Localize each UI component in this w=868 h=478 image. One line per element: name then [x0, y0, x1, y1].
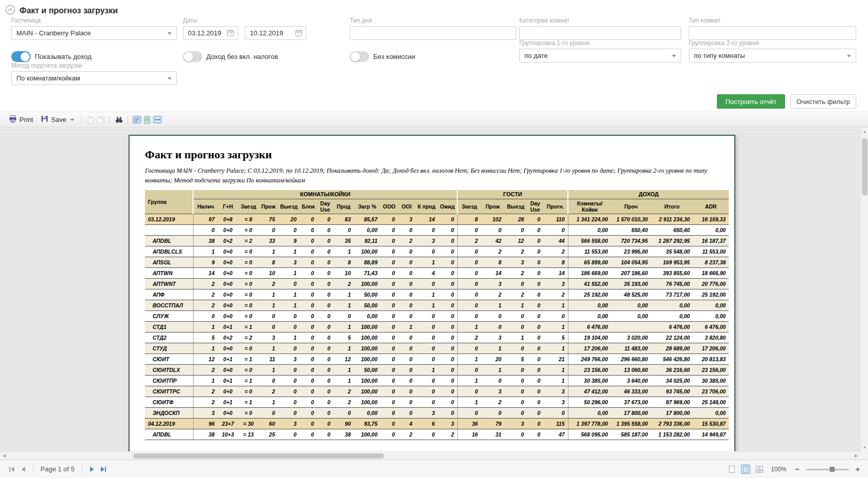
- column-header: Блок: [300, 199, 317, 214]
- table-cell: 23 156,00: [693, 365, 729, 376]
- multiple-pages-view-icon[interactable]: [755, 465, 764, 474]
- horizontal-scrollbar[interactable]: ◀ ▶: [0, 451, 860, 460]
- table-cell: 0,00: [568, 225, 611, 236]
- first-page-icon[interactable]: [6, 464, 17, 475]
- table-cell: 90: [333, 419, 354, 429]
- svg-text:7: 7: [230, 32, 232, 36]
- horizontal-scroll-thumb[interactable]: [133, 453, 384, 459]
- app-window: Факт и прогноз загрузки Гостиница MAIN -…: [0, 0, 868, 478]
- clear-filter-button[interactable]: Очистить фильтр: [790, 94, 856, 109]
- table-cell: 23+7: [218, 419, 238, 429]
- table-cell: 0: [527, 408, 543, 419]
- scroll-left-icon[interactable]: ◀: [0, 452, 8, 460]
- table-cell: 1: [278, 289, 300, 300]
- table-cell: 585 187,00: [611, 429, 651, 440]
- table-cell: 0: [438, 397, 457, 408]
- table-cell: 1: [193, 322, 218, 332]
- table-cell: 0: [415, 311, 438, 322]
- continuous-view-icon[interactable]: [741, 465, 750, 474]
- grouping2-select[interactable]: по типу комнаты: [689, 49, 856, 63]
- table-cell: 0: [278, 225, 300, 236]
- table-cell: 3: [415, 408, 438, 419]
- table-cell: 10+3: [218, 429, 238, 440]
- table-cell: 0: [527, 386, 543, 397]
- hotel-select[interactable]: MAIN - Cranberry Palace: [11, 26, 177, 40]
- zoom-slider-thumb[interactable]: [830, 467, 835, 472]
- table-cell: 0: [317, 289, 333, 300]
- grouping1-select[interactable]: по дате: [519, 49, 681, 63]
- table-cell: 2: [481, 397, 504, 408]
- zoom-in-button[interactable]: +: [854, 465, 862, 473]
- table-cell: 0: [438, 354, 457, 365]
- table-cell: 1 395 558,00: [611, 419, 651, 429]
- calendar-icon[interactable]: 7: [227, 29, 235, 38]
- table-cell: 8: [543, 257, 568, 268]
- view-single-page-icon[interactable]: [132, 115, 142, 125]
- table-cell: 568 095,00: [568, 429, 611, 440]
- parameters-icon[interactable]: ?: [86, 115, 96, 125]
- table-cell: = 1: [238, 376, 259, 386]
- column-header: Day Use: [317, 199, 333, 214]
- table-cell: 2: [543, 246, 568, 257]
- report-page: Факт и прогноз загрузки Гостиница MAIN -…: [129, 135, 735, 451]
- prev-page-icon[interactable]: [17, 464, 29, 475]
- table-cell: 0: [481, 408, 504, 419]
- report-viewer[interactable]: Факт и прогноз загрузки Гостиница MAIN -…: [0, 128, 860, 451]
- method-label: Метод подсчета загрузки: [11, 62, 177, 69]
- table-cell: 1 397 778,00: [568, 419, 611, 429]
- table-cell: 100,00: [354, 376, 380, 386]
- table-cell: 0: [380, 246, 398, 257]
- build-report-button[interactable]: Построить отчёт: [717, 94, 785, 109]
- column-header: Прогн.: [543, 199, 568, 214]
- no-commission-toggle[interactable]: [350, 51, 369, 62]
- show-income-toggle[interactable]: [11, 51, 31, 62]
- table-cell: 42: [481, 236, 504, 246]
- table-cell: 2: [193, 279, 218, 289]
- room-type-input[interactable]: [689, 26, 856, 40]
- scroll-up-icon[interactable]: ▲: [861, 128, 868, 136]
- table-cell: 71,43: [354, 268, 380, 279]
- zoom-out-button[interactable]: −: [793, 465, 801, 473]
- table-cell: 6 476,00: [651, 322, 693, 332]
- last-page-icon[interactable]: [98, 464, 109, 475]
- table-cell: 0: [504, 365, 527, 376]
- table-row: ЭНДОСКП30+0= 0000000,000030000000,0017 8…: [145, 408, 729, 419]
- table-cell: 0: [527, 429, 543, 440]
- zoom-slider[interactable]: [806, 466, 849, 473]
- table-cell: 19 104,00: [568, 332, 611, 343]
- table-cell: 0: [300, 300, 317, 311]
- scroll-down-icon[interactable]: ▼: [861, 444, 868, 451]
- view-continuous-icon[interactable]: [142, 115, 152, 125]
- table-cell: = 1: [238, 322, 259, 332]
- day-type-input[interactable]: [350, 26, 516, 40]
- vertical-scroll-thumb[interactable]: [862, 138, 867, 196]
- income-no-tax-toggle[interactable]: [183, 51, 202, 62]
- table-cell: 0: [380, 214, 398, 225]
- collapse-panel-icon[interactable]: [5, 5, 15, 17]
- copy-pages-icon[interactable]: [96, 115, 106, 125]
- column-header: Комнаты/Койки: [568, 199, 611, 214]
- print-button[interactable]: Print: [5, 113, 37, 126]
- table-cell: 0: [527, 246, 543, 257]
- table-row: АПФ20+0= 01100150,0000100220225 192,0048…: [145, 289, 729, 300]
- date-from-input[interactable]: 03.12.2019 7: [183, 26, 238, 40]
- calendar-icon[interactable]: 7: [295, 29, 303, 38]
- table-cell: 1: [543, 322, 568, 332]
- next-page-icon[interactable]: [87, 464, 98, 475]
- table-cell: 17 206,00: [568, 343, 611, 354]
- table-cell: 0: [300, 279, 317, 289]
- method-select[interactable]: По комнатам/койкам: [11, 71, 177, 85]
- scroll-right-icon[interactable]: ▶: [852, 452, 860, 460]
- table-cell: 8: [481, 257, 504, 268]
- date-to-input[interactable]: 10.12.2019 7: [245, 26, 306, 40]
- save-button[interactable]: Save: [37, 113, 78, 126]
- vertical-scrollbar[interactable]: ▲ ▼: [860, 128, 868, 451]
- find-binoculars-icon[interactable]: [114, 115, 124, 125]
- table-cell: 0: [317, 225, 333, 236]
- table-cell: 1: [193, 376, 218, 386]
- table-cell: 5: [193, 332, 218, 343]
- room-category-input[interactable]: [519, 26, 681, 40]
- single-page-view-icon[interactable]: [727, 465, 736, 474]
- row-label: СТД2: [145, 332, 193, 343]
- view-page-width-icon[interactable]: [152, 115, 162, 125]
